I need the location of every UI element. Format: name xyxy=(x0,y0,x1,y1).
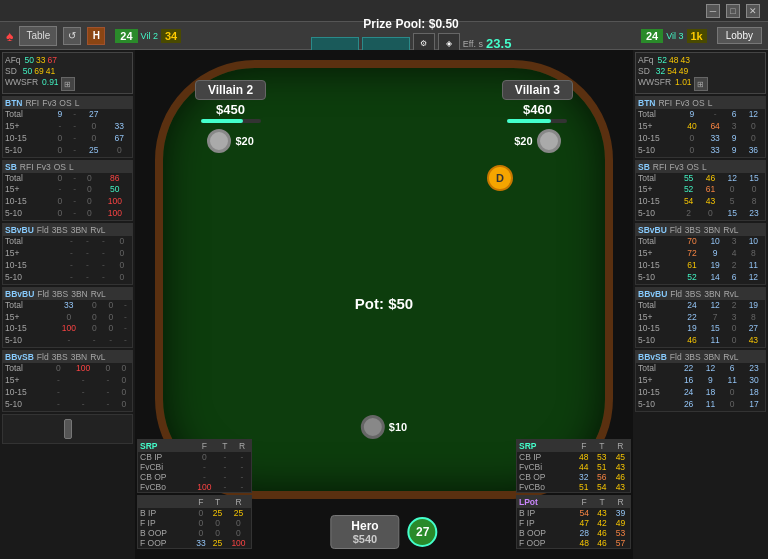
v3-icon[interactable]: ⊞ xyxy=(694,77,708,91)
close-btn[interactable]: ✕ xyxy=(746,4,760,18)
bbvbu-stats-left: BBvBU Fld3BS3BNRvL Total3300- 15+000- 10… xyxy=(2,287,133,349)
v2-vil-num: 34 xyxy=(161,29,181,43)
hero-name-chip: Hero $540 xyxy=(330,515,399,549)
srp-panel-left: SRP F T R CB IP0-- FvCBi--- CB OP--- FvC… xyxy=(137,439,252,549)
hero-chip-small xyxy=(361,415,385,439)
main-area: AFq503367 SD506941 WWSFR0.91 ⊞ BTN RFIFv… xyxy=(0,50,768,559)
dealer-button: D xyxy=(487,165,513,191)
hero-stack: $540 xyxy=(353,533,377,545)
btn-stats-right: BTN RFIFv3OSL Total9-612 15+406430 10-15… xyxy=(635,96,766,158)
scrollbar-left[interactable] xyxy=(64,419,72,439)
lobby-button[interactable]: Lobby xyxy=(717,27,762,44)
villain2-bet: $20 xyxy=(235,135,253,147)
srp-panel-right: SRP F T R CB IP485345 FvCBi445143 CB OP3… xyxy=(516,439,631,549)
villain2-name-chip: Villain 2 xyxy=(195,80,266,100)
hero-bet-area: $10 xyxy=(361,415,407,439)
bbvsb-stats-left: BBvSB Fld3BS3BNRvL Total010000 15+---0 1… xyxy=(2,350,133,412)
maximize-btn[interactable]: □ xyxy=(726,4,740,18)
left-panel: AFq503367 SD506941 WWSFR0.91 ⊞ BTN RFIFv… xyxy=(0,50,135,559)
villain2-chip xyxy=(207,129,231,153)
h-button[interactable]: H xyxy=(87,27,105,45)
eff-value: 23.5 xyxy=(486,36,511,51)
villain3-chip xyxy=(537,129,561,153)
hero-bet: $10 xyxy=(389,421,407,433)
villain2-stack-bar xyxy=(201,119,261,123)
villain3-player: Villain 3 $460 $20 xyxy=(502,80,573,153)
v3-vil-label: Vil 3 xyxy=(666,31,683,41)
refresh-icon[interactable]: ↺ xyxy=(63,27,81,45)
v3-stats-header: AFq524843 SD325449 WWSFR1.01 ⊞ xyxy=(635,52,766,94)
villain3-stack-bar-fill xyxy=(507,119,550,123)
v2-vil-label: Vil 2 xyxy=(141,31,158,41)
v3-left-num: 24 xyxy=(641,29,663,43)
hero-badge: 27 xyxy=(408,517,438,547)
prize-box-2 xyxy=(362,37,410,51)
poker-chip-icon: ♠ xyxy=(6,28,13,44)
prize-box-1 xyxy=(311,37,359,51)
eff-label: Eff. s xyxy=(463,39,483,49)
center-area: Villain 2 $450 $20 Villain 3 $460 $20 xyxy=(135,50,633,559)
sb-stats-right: SB RFIFv3OSL Total55461215 15+526100 10-… xyxy=(635,160,766,222)
v2-left-num: 24 xyxy=(115,29,137,43)
villain3-bet: $20 xyxy=(514,135,532,147)
villain2-stack-bar-fill xyxy=(201,119,243,123)
v2-stats-header: AFq503367 SD506941 WWSFR0.91 ⊞ xyxy=(2,52,133,94)
scroll-area-left[interactable] xyxy=(2,414,133,444)
minimize-btn[interactable]: ─ xyxy=(706,4,720,18)
pot-display: Pot: $50 xyxy=(355,294,413,311)
villain2-bet-area: $20 xyxy=(207,129,253,153)
sb-stats-left: SB RFIFv3OSL Total0-086 15+--050 10-150-… xyxy=(2,160,133,222)
villain2-stack: $450 xyxy=(216,102,245,117)
villain3-stack-bar xyxy=(507,119,567,123)
sbvbu-stats-right: SBvBU Fld3BS3BNRvL Total7010310 15+72948… xyxy=(635,223,766,285)
table-button[interactable]: Table xyxy=(19,26,57,46)
bbvsb-stats-right: BBvSB Fld3BS3BNRvL Total2212623 15+16911… xyxy=(635,350,766,412)
sbvbu-stats-left: SBvBU Fld3BS3BNRvL Total---0 15+---0 10-… xyxy=(2,223,133,285)
v2-icon[interactable]: ⊞ xyxy=(61,77,75,91)
villain2-player: Villain 2 $450 $20 xyxy=(195,80,266,153)
prize-pool-label: Prize Pool: $0.50 xyxy=(363,17,458,31)
bbvbu-stats-right: BBvBU Fld3BS3BNRvL Total2412219 15+22738… xyxy=(635,287,766,349)
right-panel: AFq524843 SD325449 WWSFR1.01 ⊞ BTN RFIFv… xyxy=(633,50,768,559)
pot-text: Pot: $50 xyxy=(355,294,413,311)
btn-stats-left: BTN RFIFv3OSL Total9-27 15+--033 10-150-… xyxy=(2,96,133,158)
villain3-stack: $460 xyxy=(523,102,552,117)
villain3-bet-area: $20 xyxy=(514,129,560,153)
v3-vil-num: 1k xyxy=(687,29,707,43)
villain3-name-chip: Villain 3 xyxy=(502,80,573,100)
toolbar: ♠ Table ↺ H 24 Vil 2 34 Prize Pool: $0.5… xyxy=(0,22,768,50)
hero-area: Hero $540 27 xyxy=(330,515,437,549)
